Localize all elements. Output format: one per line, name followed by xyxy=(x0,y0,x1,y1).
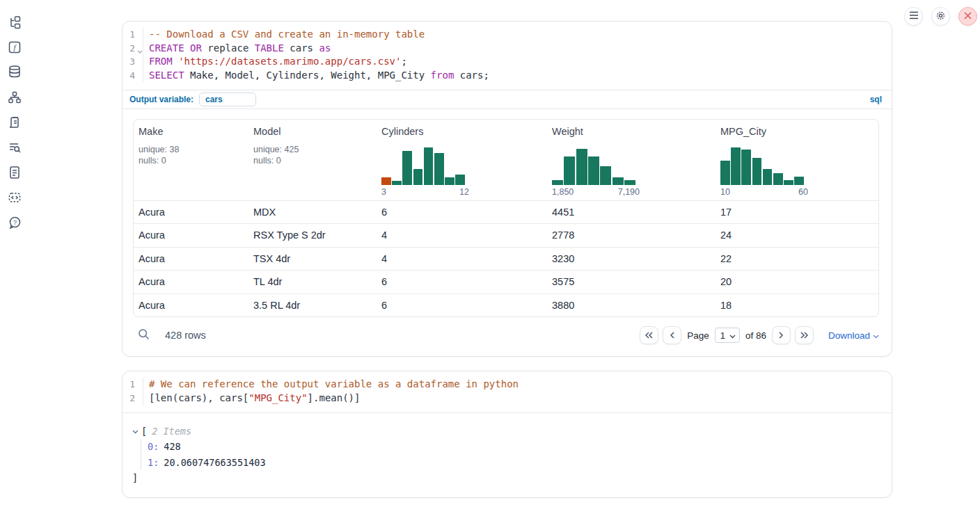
prev-page-button[interactable] xyxy=(663,326,681,344)
code-line: SELECT Make, Model, Cylinders, Weight, M… xyxy=(149,69,489,83)
column-header-make[interactable]: Makeunique: 38nulls: 0 xyxy=(134,120,248,200)
histogram-axis-labels: 312 xyxy=(381,187,469,197)
axis-min-label: 3 xyxy=(381,187,386,197)
settings-button[interactable] xyxy=(931,7,950,26)
next-page-button[interactable] xyxy=(772,326,791,344)
line-number: 3 xyxy=(122,55,143,69)
histogram-bar xyxy=(455,175,465,185)
tree-collapse-toggle[interactable] xyxy=(132,426,139,436)
table-cell: 18 xyxy=(716,294,878,317)
table-cell: 4 xyxy=(377,224,547,247)
column-histogram: 1,8507,190 xyxy=(552,147,716,200)
table-cell: TSX 4dr xyxy=(248,248,377,271)
histogram-bar xyxy=(402,151,412,185)
axis-max-label: 12 xyxy=(459,187,469,197)
language-badge: sql xyxy=(870,95,882,104)
chevron-left-icon xyxy=(670,330,674,341)
download-label: Download xyxy=(828,330,870,341)
sidebar-item-dependency-graph[interactable] xyxy=(6,90,23,106)
sidebar-item-datasources[interactable] xyxy=(6,64,23,81)
histogram-bar xyxy=(552,180,563,185)
close-button[interactable] xyxy=(958,7,977,26)
code-token: 'https://datasets.marimo.app/cars.csv' xyxy=(178,56,401,67)
sidebar-item-search-logs[interactable] xyxy=(6,140,23,156)
chevron-down-icon xyxy=(132,426,139,436)
dependency-graph-icon xyxy=(8,90,22,106)
table-cell: 22 xyxy=(716,248,878,271)
help-icon: ? xyxy=(8,216,22,232)
line-number-text: 3 xyxy=(129,56,135,67)
histogram-axis-labels: 1060 xyxy=(720,187,808,197)
histogram-bar xyxy=(794,177,804,185)
histogram-bar xyxy=(564,156,575,185)
column-header-weight[interactable]: Weight1,8507,190 xyxy=(547,120,716,200)
tree-entry: 1:20.060747663551403 xyxy=(132,455,880,471)
histogram-bar xyxy=(741,150,751,185)
code-token: as xyxy=(319,42,331,54)
code-line: CREATE OR replace TABLE cars as xyxy=(149,42,489,56)
code-token: ; xyxy=(401,56,406,67)
sidebar-item-functions[interactable]: f xyxy=(6,40,23,56)
line-number-text: 1 xyxy=(129,29,135,40)
histogram-bar xyxy=(752,158,762,185)
menu-icon xyxy=(909,11,919,22)
histogram-bar xyxy=(773,173,783,185)
download-button[interactable]: Download xyxy=(828,330,879,341)
search-button[interactable] xyxy=(138,328,150,342)
histogram-bars xyxy=(720,147,804,185)
sidebar-item-documentation[interactable] xyxy=(6,165,23,182)
chevrons-right-icon xyxy=(800,330,808,341)
search-icon xyxy=(138,328,150,342)
open-bracket: [ xyxy=(141,426,147,437)
axis-min-label: 10 xyxy=(720,187,730,197)
sidebar-item-help[interactable]: ? xyxy=(6,215,23,232)
first-page-button[interactable] xyxy=(640,326,658,344)
code-line: [len(cars), cars["MPG_City"].mean()] xyxy=(149,392,519,405)
sidebar-item-snippets[interactable] xyxy=(6,190,23,207)
axis-max-label: 60 xyxy=(798,187,808,197)
chevron-down-icon xyxy=(873,330,879,341)
table-row: AcuraTSX 4dr4323022 xyxy=(134,247,878,271)
histogram-bar xyxy=(392,181,402,185)
page-label: Page xyxy=(687,330,709,341)
menu-button[interactable] xyxy=(904,7,923,26)
table-row: AcuraMDX6445117 xyxy=(134,200,878,224)
row-count: 428 rows xyxy=(165,330,206,341)
page-select[interactable]: 1 xyxy=(715,328,740,343)
tree-entries: 0:4281:20.060747663551403 xyxy=(132,439,880,470)
code-token: replace xyxy=(202,42,255,54)
chevrons-left-icon xyxy=(645,330,653,341)
line-number: 1 xyxy=(122,378,143,392)
table-cell: Acura xyxy=(134,248,248,271)
sidebar-item-logs[interactable] xyxy=(6,115,23,131)
sidebar-item-file-tree[interactable] xyxy=(6,15,23,31)
chevron-down-icon xyxy=(729,330,736,341)
histogram-bar xyxy=(445,177,455,185)
table-cell: RSX Type S 2dr xyxy=(248,224,377,247)
histogram-bar xyxy=(763,169,773,185)
python-cell: 12 # We can reference the output variabl… xyxy=(122,371,892,497)
column-header-cylinders[interactable]: Cylinders312 xyxy=(377,120,547,200)
gear-icon xyxy=(935,10,946,23)
code-token xyxy=(184,42,190,54)
table-cell: 24 xyxy=(716,224,878,247)
code-token: cars; xyxy=(454,70,489,81)
tree-close-row: ] xyxy=(132,470,880,486)
null-count: nulls: 0 xyxy=(139,155,248,167)
output-variable-input[interactable] xyxy=(199,92,256,106)
code-token: "MPG_City" xyxy=(248,392,307,403)
column-name: Model xyxy=(253,126,377,137)
column-header-mpg_city[interactable]: MPG_City1060 xyxy=(716,120,878,200)
column-stats: unique: 38nulls: 0 xyxy=(139,144,248,167)
histogram-bar xyxy=(600,166,611,185)
column-header-model[interactable]: Modelunique: 425nulls: 0 xyxy=(248,120,377,200)
tree-entry-value: 428 xyxy=(164,441,180,452)
table-cell: 20 xyxy=(716,271,878,293)
code-token: # We can reference the output variable a… xyxy=(149,378,519,389)
table-cell: 3.5 RL 4dr xyxy=(248,294,377,317)
last-page-button[interactable] xyxy=(795,326,814,344)
sql-cell: 1234 -- Download a CSV and create an in-… xyxy=(122,21,892,357)
table-row: AcuraTL 4dr6357520 xyxy=(134,270,878,293)
sql-code-editor[interactable]: 1234 -- Download a CSV and create an in-… xyxy=(122,22,892,90)
python-code-editor[interactable]: 12 # We can reference the output variabl… xyxy=(122,371,892,412)
